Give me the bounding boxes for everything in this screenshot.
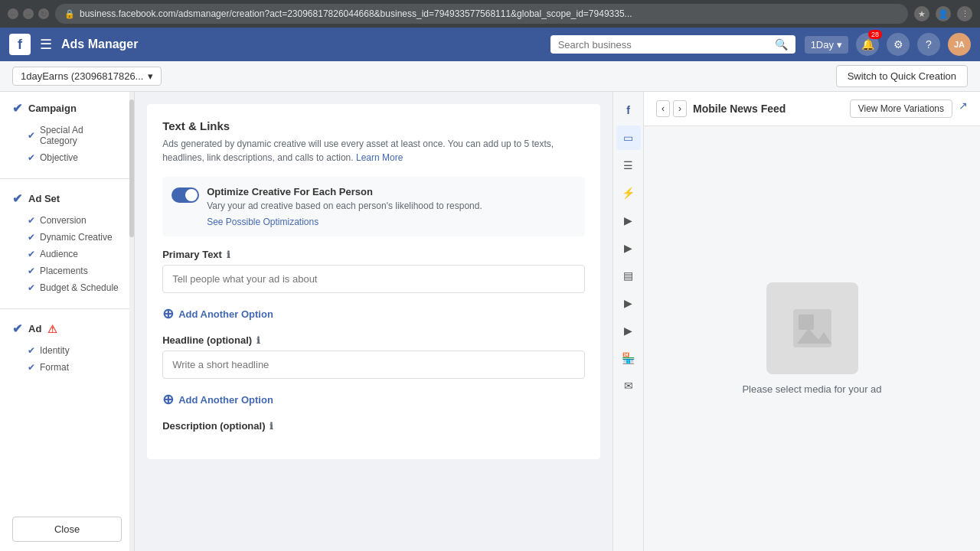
facebook-placement-icon[interactable]: f: [616, 98, 641, 122]
preview-nav: ‹ ›: [656, 100, 687, 117]
browser-chrome: ← → ↻ 🔒 business.facebook.com/adsmanager…: [0, 0, 980, 28]
close-button[interactable]: Close: [12, 517, 122, 542]
sidebar-item-conversion[interactable]: ✔ Conversion: [12, 212, 122, 229]
refresh-button[interactable]: ↻: [38, 8, 49, 19]
preview-placeholder-image: [766, 282, 858, 374]
preview-image-area: Please select media for your ad: [644, 126, 980, 551]
headline-label: Headline (optional) ℹ: [162, 334, 585, 346]
sidebar-item-format[interactable]: ✔ Format: [12, 359, 122, 376]
chevron-down-icon: ▾: [837, 39, 842, 51]
external-link-icon[interactable]: ↗: [959, 99, 968, 118]
add-headline-option[interactable]: ⊕ Add Another Option: [162, 391, 585, 408]
notification-badge: 28: [868, 30, 882, 39]
preview-actions: View More Variations ↗: [850, 99, 968, 118]
ad-header: ✔ Ad ⚠: [12, 321, 122, 336]
warning-icon: ⚠: [47, 323, 57, 335]
nav-title: Ads Manager: [61, 37, 541, 51]
toolbar2: 1dayEarns (23096817826... ▾ Switch to Qu…: [0, 61, 980, 92]
album-placement-icon[interactable]: ▤: [616, 263, 641, 288]
browser-icons: ★ 👤 ⋮: [914, 6, 972, 21]
sidebar-item-dynamic-creative[interactable]: ✔ Dynamic Creative: [12, 229, 122, 246]
view-variations-button[interactable]: View More Variations: [850, 99, 952, 118]
see-optimizations-link[interactable]: See Possible Optimizations: [207, 217, 318, 227]
lightning-icon[interactable]: ⚡: [616, 181, 641, 205]
sidebar-item-audience[interactable]: ✔ Audience: [12, 246, 122, 262]
add-option-label: Add Another Option: [178, 394, 273, 406]
bookmark-icon[interactable]: ★: [914, 6, 929, 21]
instagram-stories-icon[interactable]: ▭: [616, 126, 641, 150]
check-icon: ✔: [28, 152, 35, 163]
settings-icon[interactable]: ⚙: [887, 33, 910, 56]
day-label: 1Day: [811, 39, 834, 51]
campaign-section: ✔ Campaign ✔ Special Ad Category ✔ Objec…: [0, 92, 134, 175]
sidebar-item-label: Identity: [40, 345, 70, 356]
adset-label: Ad Set: [28, 193, 60, 204]
quick-create-button[interactable]: Switch to Quick Creation: [836, 65, 968, 87]
messenger-icon[interactable]: ☰: [616, 153, 641, 178]
notifications-icon[interactable]: 🔔 28: [856, 33, 879, 56]
preview-next-button[interactable]: ›: [673, 100, 687, 117]
optimize-toggle[interactable]: [172, 187, 199, 203]
content-inner: Text & Links Ads generated by dynamic cr…: [135, 92, 612, 551]
messenger2-placement-icon[interactable]: ✉: [616, 373, 641, 398]
video-placement-icon[interactable]: ▶: [616, 208, 641, 233]
search-icon[interactable]: 🔍: [775, 38, 788, 51]
info-icon[interactable]: ℹ: [256, 335, 260, 346]
info-icon[interactable]: ℹ: [270, 421, 273, 432]
optimize-desc: Vary your ad creative based on each pers…: [207, 201, 482, 211]
video2-placement-icon[interactable]: ▶: [616, 236, 641, 260]
add-primary-text-option[interactable]: ⊕ Add Another Option: [162, 305, 585, 322]
primary-text-input[interactable]: [162, 265, 585, 293]
profile-icon[interactable]: 👤: [936, 6, 951, 21]
hamburger-icon[interactable]: ☰: [40, 36, 52, 53]
divider: [0, 308, 134, 309]
day-selector[interactable]: 1Day ▾: [805, 36, 848, 54]
address-bar[interactable]: 🔒 business.facebook.com/adsmanager/creat…: [55, 4, 908, 24]
forward-button[interactable]: →: [23, 8, 34, 19]
headline-input[interactable]: [162, 350, 585, 379]
description-label: Description (optional) ℹ: [162, 420, 585, 432]
sidebar-item-identity[interactable]: ✔ Identity: [12, 342, 122, 359]
preview-prev-button[interactable]: ‹: [656, 100, 670, 117]
adset-check-icon: ✔: [12, 191, 22, 206]
search-bar[interactable]: 🔍: [550, 35, 795, 54]
check-icon: ✔: [28, 266, 35, 276]
preview-placeholder-text: Please select media for your ad: [742, 383, 881, 395]
sidebar-item-label: Placements: [40, 266, 88, 276]
sidebar-item-label: Format: [40, 362, 69, 373]
plus-icon: ⊕: [162, 391, 174, 408]
headline-group: Headline (optional) ℹ: [162, 334, 585, 379]
panel-description: Ads generated by dynamic creative will u…: [162, 137, 585, 165]
add-option-label: Add Another Option: [178, 308, 273, 320]
preview-header: ‹ › Mobile News Feed View More Variation…: [644, 92, 980, 126]
form-panel: Text & Links Ads generated by dynamic cr…: [147, 104, 600, 459]
store-placement-icon[interactable]: 🏪: [616, 346, 641, 370]
learn-more-link[interactable]: Learn More: [356, 152, 403, 163]
navbar: f ☰ Ads Manager 🔍 1Day ▾ 🔔 28 ⚙ ? JA: [0, 28, 980, 61]
info-icon[interactable]: ℹ: [227, 249, 230, 260]
video4-placement-icon[interactable]: ▶: [616, 318, 641, 343]
campaign-label: Campaign: [28, 103, 77, 114]
side-icon-bar: f ▭ ☰ ⚡ ▶ ▶ ▤ ▶ ▶ 🏪 ✉: [612, 92, 643, 551]
help-icon[interactable]: ?: [917, 33, 940, 56]
back-button[interactable]: ←: [8, 8, 18, 19]
search-input[interactable]: [558, 39, 770, 51]
campaign-check-icon: ✔: [12, 101, 22, 116]
ad-check-icon: ✔: [12, 321, 22, 336]
sidebar-item-special-ad[interactable]: ✔ Special Ad Category: [12, 122, 122, 149]
video3-placement-icon[interactable]: ▶: [616, 291, 641, 315]
menu-icon[interactable]: ⋮: [957, 6, 972, 21]
account-selector[interactable]: 1dayEarns (23096817826... ▾: [12, 67, 162, 86]
check-icon: ✔: [28, 249, 35, 259]
sidebar-item-placements[interactable]: ✔ Placements: [12, 262, 122, 279]
sidebar-item-budget[interactable]: ✔ Budget & Schedule: [12, 279, 122, 296]
ad-section: ✔ Ad ⚠ ✔ Identity ✔ Format: [0, 312, 134, 385]
preview-area: f ▭ ☰ ⚡ ▶ ▶ ▤ ▶ ▶ 🏪 ✉ ‹ › Mobile: [612, 92, 980, 551]
sidebar-item-label: Objective: [40, 152, 78, 163]
content-area: Text & Links Ads generated by dynamic cr…: [135, 92, 980, 551]
preview-panel: ‹ › Mobile News Feed View More Variation…: [643, 92, 980, 551]
main-layout: ✔ Campaign ✔ Special Ad Category ✔ Objec…: [0, 92, 980, 551]
preview-title: Mobile News Feed: [693, 103, 844, 115]
sidebar-item-objective[interactable]: ✔ Objective: [12, 149, 122, 166]
avatar[interactable]: JA: [948, 33, 971, 56]
